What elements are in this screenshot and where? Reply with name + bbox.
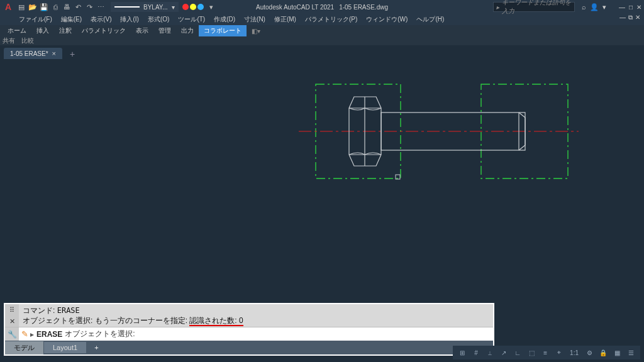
title-text: Autodesk AutoCAD LT 2021 1-05 ERASE.dwg xyxy=(256,4,388,11)
qat-more-icon[interactable]: ⋯ xyxy=(96,2,106,12)
command-customize-icon[interactable]: 🔧 xyxy=(5,327,19,341)
qat-open-icon[interactable]: 📂 xyxy=(28,2,38,12)
quick-access-toolbar: ▤ 📂 💾 ⎙ 🖶 ↶ ↷ ⋯ xyxy=(16,2,106,12)
command-recognized-count: 認識された数: 0 xyxy=(189,316,243,326)
status-lwt-icon[interactable]: ≡ xyxy=(540,348,551,358)
command-name: ERASE xyxy=(57,306,80,315)
menu-insert[interactable]: 挿入(I) xyxy=(116,15,142,24)
layout-tab-add-button[interactable]: + xyxy=(87,342,106,353)
qat-undo-icon[interactable]: ↶ xyxy=(73,2,83,12)
status-grid-icon[interactable]: ⊞ xyxy=(457,348,468,358)
document-name: 1-05 ERASE.dwg xyxy=(339,4,388,11)
ribbon-tab-annotate[interactable]: 注釈 xyxy=(54,25,77,36)
menu-help[interactable]: ヘルプ(H) xyxy=(413,15,448,24)
svg-line-4 xyxy=(519,112,525,118)
status-gear-icon[interactable]: ⚙ xyxy=(584,348,595,358)
color-swatch-blue[interactable] xyxy=(197,4,204,10)
qat-plot-icon[interactable]: 🖶 xyxy=(62,2,72,12)
menu-window[interactable]: ウィンドウ(W) xyxy=(362,15,411,24)
command-history: ⠿ ✕ コマンド: ERASE オブジェクトを選択: もう一方のコーナーを指定:… xyxy=(5,304,493,327)
chevron-down-icon: ▾ xyxy=(172,4,175,11)
qat-saveas-icon[interactable]: ⎙ xyxy=(50,2,60,12)
ribbon-tab-extra-icon[interactable]: ◧▾ xyxy=(247,26,265,36)
layout-tab-model[interactable]: モデル xyxy=(5,341,43,354)
command-active-name: ERASE xyxy=(34,330,65,339)
window-maximize-button[interactable]: □ xyxy=(629,4,633,11)
menu-parametric[interactable]: パラメトリック(P) xyxy=(301,15,361,24)
signin-dropdown-icon[interactable]: ▾ xyxy=(602,3,606,11)
menu-view[interactable]: 表示(V) xyxy=(87,15,115,24)
layout-tab-layout1[interactable]: Layout1 xyxy=(44,342,86,353)
command-prompt-prefix: オブジェクトを選択: もう一方のコーナーを指定: xyxy=(23,316,187,325)
status-bar: ⊞ # ⟂ ↗ ∟ ⬚ ≡ ⌖ 1:1 ⚙ 🔒 ▦ ☰ xyxy=(453,346,640,359)
command-active-prompt: オブジェクトを選択: xyxy=(65,329,135,339)
menu-modify[interactable]: 修正(M) xyxy=(270,15,300,24)
signin-icon[interactable]: 👤 xyxy=(590,3,599,11)
mdi-restore-button[interactable]: ⧉ xyxy=(628,14,633,21)
command-history-line-1: コマンド: ERASE xyxy=(23,305,489,315)
command-input-row[interactable]: 🔧 ✎ ▸ ERASE オブジェクトを選択: xyxy=(5,327,493,341)
ribbon-panel-share[interactable]: 共有 xyxy=(3,36,15,45)
mdi-minimize-button[interactable]: — xyxy=(619,14,626,21)
color-swatch-red[interactable] xyxy=(182,4,189,10)
qat-redo-icon[interactable]: ↷ xyxy=(84,2,94,12)
search-placeholder: キーワードまたは語句を入力 xyxy=(502,0,572,16)
status-lock-icon[interactable]: 🔒 xyxy=(597,348,609,358)
app-product-name: Autodesk AutoCAD LT 2021 xyxy=(256,4,334,11)
status-osnap-icon[interactable]: ∟ xyxy=(512,348,523,358)
file-tab-new-button[interactable]: + xyxy=(66,49,79,59)
command-grip-icon[interactable]: ⠿ xyxy=(9,306,14,314)
ribbon-tab-insert[interactable]: 挿入 xyxy=(31,25,54,36)
layer-bylayer-dropdown[interactable]: BYLAY... ▾ xyxy=(111,2,179,12)
status-anno-scale[interactable]: 1:1 xyxy=(567,348,581,358)
drawing-canvas[interactable] xyxy=(0,59,644,338)
ribbon-tab-home[interactable]: ホーム xyxy=(3,25,31,36)
window-minimize-button[interactable]: — xyxy=(619,4,625,11)
qat-save-icon[interactable]: 💾 xyxy=(39,2,49,12)
window-controls: — □ ✕ xyxy=(619,4,641,11)
qat-dropdown-icon[interactable]: ▾ xyxy=(206,2,216,12)
status-ortho-icon[interactable]: ⟂ xyxy=(484,348,496,358)
layout-tabs: モデル Layout1 + xyxy=(5,341,493,354)
status-otrack-icon[interactable]: ⬚ xyxy=(526,348,537,358)
command-close-icon[interactable]: ✕ xyxy=(9,317,15,326)
ribbon-tab-manage[interactable]: 管理 xyxy=(153,25,176,36)
app-logo[interactable]: A xyxy=(3,1,14,13)
search-icon[interactable]: ⌕ xyxy=(582,3,586,11)
status-polar-icon[interactable]: ↗ xyxy=(498,348,509,358)
command-window: ⠿ ✕ コマンド: ERASE オブジェクトを選択: もう一方のコーナーを指定:… xyxy=(4,303,494,356)
status-snap-icon[interactable]: # xyxy=(470,348,482,358)
ribbon-tab-output[interactable]: 出力 xyxy=(176,25,199,36)
search-chevron-icon: ▸ xyxy=(496,4,499,11)
window-close-button[interactable]: ✕ xyxy=(636,4,641,11)
command-history-line-2: オブジェクトを選択: もう一方のコーナーを指定: 認識された数: 0 xyxy=(23,315,489,326)
linetype-preview-icon xyxy=(114,6,140,8)
file-tab-name: 1-05 ERASE* xyxy=(10,50,48,57)
status-isolate-icon[interactable]: ▦ xyxy=(611,348,623,358)
bylayer-label: BYLAY... xyxy=(143,4,168,11)
qat-new-icon[interactable]: ▤ xyxy=(16,2,26,12)
file-tab-bar: 1-05 ERASE* × + xyxy=(0,45,644,59)
menu-draw[interactable]: 作成(D) xyxy=(210,15,239,24)
ribbon-tab-view[interactable]: 表示 xyxy=(131,25,153,36)
mdi-close-button[interactable]: ✕ xyxy=(635,14,640,21)
menu-format[interactable]: 形式(O) xyxy=(144,15,173,24)
file-tab-close-button[interactable]: × xyxy=(52,50,56,57)
search-input[interactable]: ▸ キーワードまたは語句を入力 xyxy=(493,2,575,12)
color-swatch-yellow[interactable] xyxy=(190,4,196,10)
menu-edit[interactable]: 編集(E) xyxy=(57,15,86,24)
command-pencil-icon: ✎ xyxy=(19,329,30,339)
status-menu-icon[interactable]: ☰ xyxy=(625,348,636,358)
ribbon-panel-bar: 共有 比較 xyxy=(0,36,644,45)
file-tab-active[interactable]: 1-05 ERASE* × xyxy=(4,48,62,59)
ribbon-panel-compare[interactable]: 比較 xyxy=(21,36,34,45)
menu-file[interactable]: ファイル(F) xyxy=(15,15,56,24)
command-label: コマンド: xyxy=(23,306,55,315)
menu-tools[interactable]: ツール(T) xyxy=(174,15,209,24)
ribbon-tab-parametric[interactable]: パラメトリック xyxy=(77,25,131,36)
color-swatches xyxy=(182,4,204,10)
svg-line-5 xyxy=(519,145,525,150)
status-transparency-icon[interactable]: ⌖ xyxy=(553,348,565,358)
ribbon-tab-collaborate[interactable]: コラボレート xyxy=(199,25,247,36)
menu-dimension[interactable]: 寸法(N) xyxy=(240,15,269,24)
